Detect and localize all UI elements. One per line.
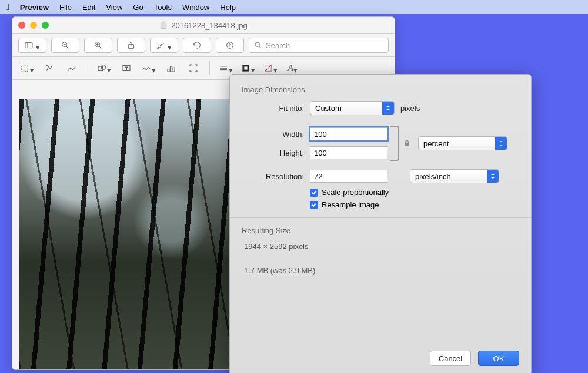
- sidebar-button[interactable]: ▾: [18, 38, 46, 53]
- menu-view[interactable]: View: [106, 3, 122, 12]
- minimize-window-button[interactable]: [30, 22, 37, 29]
- result-dimensions: 1944 × 2592 pixels: [244, 242, 519, 251]
- image-dimensions-heading: Image Dimensions: [242, 85, 519, 94]
- adjust-color-tool[interactable]: [162, 61, 180, 76]
- text-tool[interactable]: T: [118, 61, 135, 76]
- menu-window[interactable]: Window: [182, 3, 209, 12]
- resolution-input[interactable]: [310, 170, 387, 183]
- svg-rect-31: [405, 143, 409, 146]
- highlight-button[interactable]: ▾: [150, 38, 178, 53]
- resolution-label: Resolution:: [242, 172, 310, 181]
- wh-unit-select[interactable]: percent: [418, 136, 507, 150]
- scale-proportionally-label: Scale proportionally: [322, 188, 389, 197]
- svg-line-7: [99, 46, 101, 48]
- svg-point-16: [47, 65, 48, 66]
- select-tool[interactable]: ▾: [18, 61, 36, 76]
- instant-alpha-tool[interactable]: [41, 61, 58, 76]
- svg-text:T: T: [125, 66, 128, 71]
- ok-button[interactable]: OK: [478, 351, 519, 366]
- system-menubar:  Preview File Edit View Go Tools Window…: [0, 0, 588, 14]
- menu-help[interactable]: Help: [220, 3, 236, 12]
- result-filesize: 1.7 MB (was 2.9 MB): [244, 266, 519, 275]
- adjust-size-dialog: Image Dimensions Fit into: Custom pixels…: [229, 74, 532, 373]
- share-button[interactable]: [117, 38, 145, 53]
- svg-point-18: [101, 65, 106, 70]
- fit-into-select[interactable]: Custom: [310, 101, 395, 115]
- document-icon: [159, 21, 168, 29]
- cancel-button[interactable]: Cancel: [430, 351, 471, 366]
- adjust-size-tool[interactable]: [185, 61, 202, 76]
- window-title: 20161228_134418.jpg: [159, 21, 247, 30]
- zoom-in-button[interactable]: [84, 38, 112, 53]
- resample-image-checkbox[interactable]: Resample image: [310, 200, 519, 209]
- svg-rect-0: [161, 22, 166, 29]
- scale-proportionally-checkbox[interactable]: Scale proportionally: [310, 188, 519, 197]
- width-input[interactable]: [310, 127, 387, 140]
- search-input[interactable]: Search: [249, 38, 389, 53]
- svg-rect-21: [168, 69, 169, 72]
- menu-tools[interactable]: Tools: [154, 3, 172, 12]
- search-icon: [254, 41, 262, 49]
- height-label: Height:: [242, 149, 310, 157]
- svg-rect-1: [25, 42, 32, 48]
- svg-line-4: [66, 46, 68, 48]
- svg-line-14: [259, 46, 261, 48]
- constrain-bracket: [390, 126, 399, 161]
- fit-into-unit: pixels: [400, 104, 420, 113]
- image-canvas[interactable]: [19, 99, 237, 369]
- sign-tool[interactable]: ▾: [140, 61, 158, 76]
- width-label: Width:: [242, 130, 310, 139]
- svg-rect-22: [171, 66, 172, 72]
- rotate-button[interactable]: [183, 38, 211, 53]
- lock-icon[interactable]: [403, 139, 411, 147]
- svg-rect-23: [173, 68, 175, 72]
- markup-button[interactable]: [216, 38, 244, 53]
- svg-rect-15: [22, 65, 28, 72]
- menu-go[interactable]: Go: [133, 3, 143, 12]
- app-menu[interactable]: Preview: [20, 3, 49, 12]
- zoom-out-button[interactable]: [51, 38, 79, 53]
- height-input[interactable]: [310, 146, 387, 159]
- resulting-size-heading: Resulting Size: [242, 226, 519, 235]
- svg-point-13: [255, 42, 259, 46]
- toolbar-main: ▾ ▾ Search: [12, 34, 395, 57]
- shapes-tool[interactable]: ▾: [95, 61, 113, 76]
- resolution-unit-select[interactable]: pixels/inch: [410, 169, 499, 183]
- zoom-window-button[interactable]: [42, 22, 49, 29]
- resample-image-label: Resample image: [322, 200, 379, 209]
- svg-rect-28: [244, 66, 248, 70]
- menu-edit[interactable]: Edit: [82, 3, 95, 12]
- titlebar: 20161228_134418.jpg: [12, 17, 395, 34]
- fit-into-label: Fit into:: [242, 104, 310, 113]
- sketch-tool[interactable]: [63, 61, 81, 76]
- close-window-button[interactable]: [18, 22, 25, 29]
- apple-menu-icon[interactable]: : [6, 2, 9, 12]
- menu-file[interactable]: File: [59, 3, 72, 12]
